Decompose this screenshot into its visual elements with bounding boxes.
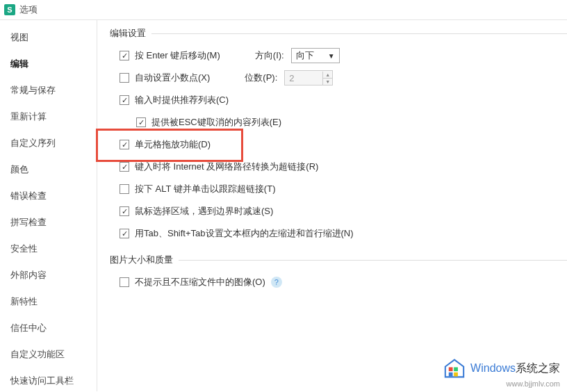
sidebar-item-11[interactable]: 信任中心 [0, 315, 97, 341]
row-tab-indent: 用Tab、Shift+Tab设置文本框内的左缩进和首行缩进(N) [120, 226, 567, 241]
section-title-label: 图片大小和质量 [110, 254, 173, 266]
section-edit-settings: 编辑设置 [110, 27, 567, 40]
svg-rect-2 [449, 373, 453, 377]
row-esc-list: 提供被ESC键取消的内容列表(E) [120, 115, 567, 130]
label-esc-list: 提供被ESC键取消的内容列表(E) [151, 116, 281, 129]
sidebar-item-10[interactable]: 新特性 [0, 288, 97, 315]
window-title: 选项 [19, 3, 38, 16]
sidebar-item-9[interactable]: 外部内容 [0, 262, 97, 288]
checkbox-suggest-list[interactable] [120, 95, 129, 105]
watermark-brand-suffix: 系统之家 [516, 362, 560, 374]
section-image-quality: 图片大小和质量 [110, 254, 567, 266]
sidebar: 视图编辑常规与保存重新计算自定义序列颜色错误检查拼写检查安全性外部内容新特性信任… [0, 20, 97, 391]
app-icon: S [4, 4, 15, 15]
watermark: Windows系统之家 www.bjjmlv.com [443, 359, 560, 388]
checkbox-esc-list[interactable] [136, 117, 146, 127]
label-drag-drop: 单元格拖放功能(D) [135, 138, 211, 151]
image-quality-block: 不提示且不压缩文件中的图像(O) ? [110, 275, 567, 290]
spinner-digits-value: 2 [285, 73, 322, 83]
checkbox-url-link[interactable] [120, 162, 129, 172]
help-icon[interactable]: ? [271, 277, 282, 288]
label-direction: 方向(I): [255, 49, 284, 62]
sidebar-item-8[interactable]: 安全性 [0, 236, 97, 262]
row-drag-drop: 单元格拖放功能(D) [120, 137, 567, 152]
spinner-up-icon[interactable]: ▲ [323, 72, 332, 79]
watermark-url: www.bjjmlv.com [507, 379, 560, 388]
sidebar-item-0[interactable]: 视图 [0, 24, 97, 51]
sidebar-item-6[interactable]: 错误检查 [0, 183, 97, 209]
sidebar-item-2[interactable]: 常规与保存 [0, 77, 97, 104]
checkbox-no-compress[interactable] [120, 277, 129, 287]
select-direction[interactable]: 向下 ▼ [291, 48, 340, 63]
label-tab-indent: 用Tab、Shift+Tab设置文本框内的左缩进和首行缩进(N) [135, 227, 354, 240]
row-mouse-select: 鼠标选择区域，遇到边界时减速(S) [120, 204, 567, 219]
select-direction-value: 向下 [296, 49, 314, 62]
label-auto-decimal: 自动设置小数点(X) [135, 72, 210, 84]
sidebar-item-4[interactable]: 自定义序列 [0, 130, 97, 156]
label-url-link: 键入时将 Internet 及网络路径转换为超链接(R) [135, 161, 318, 173]
svg-rect-3 [454, 373, 458, 377]
sidebar-item-1[interactable]: 编辑 [0, 51, 97, 77]
spinner-down-icon[interactable]: ▼ [323, 79, 332, 85]
watermark-brand-name: Windows [470, 362, 516, 374]
svg-rect-0 [449, 367, 453, 371]
checkbox-tab-indent[interactable] [120, 229, 129, 238]
label-enter-move: 按 Enter 键后移动(M) [135, 49, 220, 62]
window-header: S 选项 [0, 0, 567, 20]
checkbox-mouse-select[interactable] [120, 206, 129, 216]
label-alt-click: 按下 ALT 键并单击以跟踪超链接(T) [135, 183, 275, 195]
row-enter-move: 按 Enter 键后移动(M) 方向(I): 向下 ▼ [120, 48, 567, 63]
sidebar-item-5[interactable]: 颜色 [0, 156, 97, 183]
svg-rect-1 [454, 367, 458, 371]
label-no-compress: 不提示且不压缩文件中的图像(O) [135, 276, 265, 288]
row-no-compress: 不提示且不压缩文件中的图像(O) ? [120, 275, 567, 290]
row-url-link: 键入时将 Internet 及网络路径转换为超链接(R) [120, 159, 567, 174]
section-title-label: 编辑设置 [110, 27, 146, 40]
label-suggest-list: 输入时提供推荐列表(C) [135, 94, 229, 106]
spinner-digits[interactable]: 2 ▲ ▼ [284, 70, 333, 85]
edit-settings-block: 按 Enter 键后移动(M) 方向(I): 向下 ▼ 自动设置小数点(X) 位… [110, 48, 567, 241]
checkbox-drag-drop[interactable] [120, 140, 129, 149]
watermark-brand: Windows系统之家 [470, 361, 560, 376]
row-alt-click: 按下 ALT 键并单击以跟踪超链接(T) [120, 181, 567, 197]
checkbox-auto-decimal[interactable] [120, 73, 129, 83]
chevron-down-icon: ▼ [328, 52, 335, 60]
watermark-logo-icon [443, 359, 466, 378]
content-area: 视图编辑常规与保存重新计算自定义序列颜色错误检查拼写检查安全性外部内容新特性信任… [0, 20, 567, 391]
checkbox-enter-move[interactable] [120, 51, 129, 60]
main-panel: 编辑设置 按 Enter 键后移动(M) 方向(I): 向下 ▼ 自动设置小数点… [97, 19, 567, 391]
checkbox-alt-click[interactable] [120, 184, 129, 194]
sidebar-item-13[interactable]: 快速访问工具栏 [0, 368, 97, 392]
row-auto-decimal: 自动设置小数点(X) 位数(P): 2 ▲ ▼ [120, 70, 567, 85]
sidebar-item-3[interactable]: 重新计算 [0, 104, 97, 130]
sidebar-item-12[interactable]: 自定义功能区 [0, 341, 97, 368]
label-digits: 位数(P): [245, 72, 277, 84]
sidebar-item-7[interactable]: 拼写检查 [0, 209, 97, 236]
label-mouse-select: 鼠标选择区域，遇到边界时减速(S) [135, 205, 273, 218]
row-suggest-list: 输入时提供推荐列表(C) [120, 92, 567, 108]
